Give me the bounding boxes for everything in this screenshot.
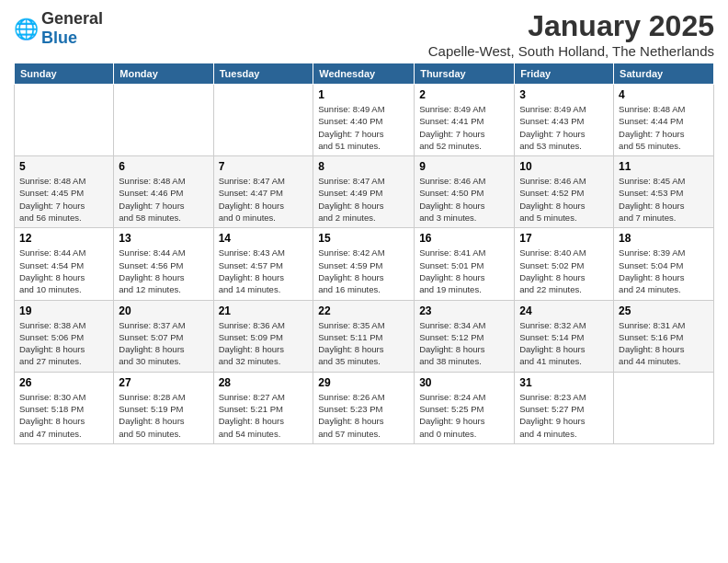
calendar-cell: 6Sunrise: 8:48 AM Sunset: 4:46 PM Daylig…: [114, 156, 213, 228]
calendar-cell: 23Sunrise: 8:34 AM Sunset: 5:12 PM Dayli…: [415, 300, 515, 372]
calendar-cell: 19Sunrise: 8:38 AM Sunset: 5:06 PM Dayli…: [15, 300, 114, 372]
month-title: January 2025: [428, 9, 714, 43]
day-info: Sunrise: 8:24 AM Sunset: 5:25 PM Dayligh…: [419, 391, 509, 440]
day-number: 6: [119, 160, 208, 173]
day-info: Sunrise: 8:48 AM Sunset: 4:46 PM Dayligh…: [119, 175, 208, 224]
calendar-week-row: 12Sunrise: 8:44 AM Sunset: 4:54 PM Dayli…: [15, 228, 714, 300]
day-info: Sunrise: 8:30 AM Sunset: 5:18 PM Dayligh…: [19, 391, 108, 440]
day-info: Sunrise: 8:49 AM Sunset: 4:41 PM Dayligh…: [419, 103, 509, 152]
day-number: 30: [419, 376, 509, 389]
day-number: 25: [619, 304, 709, 317]
day-info: Sunrise: 8:48 AM Sunset: 4:44 PM Dayligh…: [619, 103, 709, 152]
day-number: 8: [318, 160, 409, 173]
day-number: 5: [19, 160, 108, 173]
day-info: Sunrise: 8:26 AM Sunset: 5:23 PM Dayligh…: [318, 391, 409, 440]
day-info: Sunrise: 8:42 AM Sunset: 4:59 PM Dayligh…: [318, 247, 409, 295]
day-info: Sunrise: 8:48 AM Sunset: 4:45 PM Dayligh…: [19, 175, 108, 224]
calendar-cell: 9Sunrise: 8:46 AM Sunset: 4:50 PM Daylig…: [415, 156, 515, 228]
calendar-cell: 12Sunrise: 8:44 AM Sunset: 4:54 PM Dayli…: [15, 228, 114, 300]
logo-general: General: [41, 9, 103, 28]
calendar-header-row: Sunday Monday Tuesday Wednesday Thursday…: [15, 63, 714, 85]
calendar-cell: 20Sunrise: 8:37 AM Sunset: 5:07 PM Dayli…: [114, 300, 213, 372]
day-number: 22: [318, 304, 409, 317]
calendar-cell: 21Sunrise: 8:36 AM Sunset: 5:09 PM Dayli…: [213, 300, 313, 372]
calendar-cell: [213, 85, 313, 156]
day-info: Sunrise: 8:40 AM Sunset: 5:02 PM Dayligh…: [519, 247, 609, 295]
calendar-cell: 16Sunrise: 8:41 AM Sunset: 5:01 PM Dayli…: [415, 228, 515, 300]
day-number: 9: [419, 160, 509, 173]
calendar-cell: 7Sunrise: 8:47 AM Sunset: 4:47 PM Daylig…: [213, 156, 313, 228]
col-thursday: Thursday: [415, 63, 515, 85]
day-number: 29: [318, 376, 409, 389]
calendar-week-row: 26Sunrise: 8:30 AM Sunset: 5:18 PM Dayli…: [15, 372, 714, 443]
day-info: Sunrise: 8:32 AM Sunset: 5:14 PM Dayligh…: [519, 319, 609, 368]
calendar-cell: 2Sunrise: 8:49 AM Sunset: 4:41 PM Daylig…: [415, 85, 515, 156]
day-info: Sunrise: 8:46 AM Sunset: 4:50 PM Dayligh…: [419, 175, 509, 224]
day-info: Sunrise: 8:37 AM Sunset: 5:07 PM Dayligh…: [119, 319, 208, 368]
calendar-cell: 30Sunrise: 8:24 AM Sunset: 5:25 PM Dayli…: [415, 372, 515, 443]
day-number: 19: [19, 304, 108, 317]
day-info: Sunrise: 8:47 AM Sunset: 4:49 PM Dayligh…: [318, 175, 409, 224]
day-number: 15: [318, 232, 409, 245]
day-info: Sunrise: 8:43 AM Sunset: 4:57 PM Dayligh…: [219, 247, 309, 295]
day-info: Sunrise: 8:44 AM Sunset: 4:56 PM Dayligh…: [119, 247, 208, 295]
day-number: 20: [119, 304, 208, 317]
calendar-cell: 1Sunrise: 8:49 AM Sunset: 4:40 PM Daylig…: [313, 85, 415, 156]
calendar-cell: 26Sunrise: 8:30 AM Sunset: 5:18 PM Dayli…: [15, 372, 114, 443]
logo-icon: 🌐: [14, 16, 40, 41]
day-number: 12: [19, 232, 108, 245]
col-sunday: Sunday: [15, 63, 114, 85]
page: 🌐 General Blue January 2025 Capelle-West…: [0, 0, 728, 563]
calendar-cell: 3Sunrise: 8:49 AM Sunset: 4:43 PM Daylig…: [515, 85, 614, 156]
calendar-week-row: 1Sunrise: 8:49 AM Sunset: 4:40 PM Daylig…: [15, 85, 714, 156]
calendar-cell: [614, 372, 714, 443]
logo-text: General Blue: [41, 9, 103, 48]
calendar-cell: 28Sunrise: 8:27 AM Sunset: 5:21 PM Dayli…: [213, 372, 313, 443]
calendar-week-row: 19Sunrise: 8:38 AM Sunset: 5:06 PM Dayli…: [15, 300, 714, 372]
day-info: Sunrise: 8:36 AM Sunset: 5:09 PM Dayligh…: [219, 319, 309, 368]
day-number: 1: [318, 88, 409, 101]
day-info: Sunrise: 8:39 AM Sunset: 5:04 PM Dayligh…: [619, 247, 709, 295]
day-info: Sunrise: 8:46 AM Sunset: 4:52 PM Dayligh…: [519, 175, 609, 224]
calendar-cell: 24Sunrise: 8:32 AM Sunset: 5:14 PM Dayli…: [515, 300, 614, 372]
col-wednesday: Wednesday: [313, 63, 415, 85]
day-number: 18: [619, 232, 709, 245]
calendar-cell: 11Sunrise: 8:45 AM Sunset: 4:53 PM Dayli…: [614, 156, 714, 228]
calendar-table: Sunday Monday Tuesday Wednesday Thursday…: [14, 63, 714, 444]
calendar-cell: 13Sunrise: 8:44 AM Sunset: 4:56 PM Dayli…: [114, 228, 213, 300]
day-number: 3: [519, 88, 609, 101]
day-number: 28: [219, 376, 309, 389]
day-info: Sunrise: 8:27 AM Sunset: 5:21 PM Dayligh…: [219, 391, 309, 440]
calendar-cell: 14Sunrise: 8:43 AM Sunset: 4:57 PM Dayli…: [213, 228, 313, 300]
col-saturday: Saturday: [614, 63, 714, 85]
day-info: Sunrise: 8:49 AM Sunset: 4:40 PM Dayligh…: [318, 103, 409, 152]
day-info: Sunrise: 8:28 AM Sunset: 5:19 PM Dayligh…: [119, 391, 208, 440]
calendar-cell: 29Sunrise: 8:26 AM Sunset: 5:23 PM Dayli…: [313, 372, 415, 443]
day-number: 10: [519, 160, 609, 173]
header: 🌐 General Blue January 2025 Capelle-West…: [14, 9, 714, 59]
col-tuesday: Tuesday: [213, 63, 313, 85]
svg-text:🌐: 🌐: [14, 17, 40, 41]
day-info: Sunrise: 8:31 AM Sunset: 5:16 PM Dayligh…: [619, 319, 709, 368]
calendar-cell: 25Sunrise: 8:31 AM Sunset: 5:16 PM Dayli…: [614, 300, 714, 372]
calendar-cell: 27Sunrise: 8:28 AM Sunset: 5:19 PM Dayli…: [114, 372, 213, 443]
day-number: 17: [519, 232, 609, 245]
day-number: 16: [419, 232, 509, 245]
calendar-cell: 22Sunrise: 8:35 AM Sunset: 5:11 PM Dayli…: [313, 300, 415, 372]
day-info: Sunrise: 8:35 AM Sunset: 5:11 PM Dayligh…: [318, 319, 409, 368]
col-friday: Friday: [515, 63, 614, 85]
location-title: Capelle-West, South Holland, The Netherl…: [428, 43, 714, 59]
day-info: Sunrise: 8:45 AM Sunset: 4:53 PM Dayligh…: [619, 175, 709, 224]
calendar-cell: 31Sunrise: 8:23 AM Sunset: 5:27 PM Dayli…: [515, 372, 614, 443]
day-number: 2: [419, 88, 509, 101]
day-info: Sunrise: 8:49 AM Sunset: 4:43 PM Dayligh…: [519, 103, 609, 152]
logo: 🌐 General Blue: [14, 9, 103, 48]
day-info: Sunrise: 8:47 AM Sunset: 4:47 PM Dayligh…: [219, 175, 309, 224]
day-number: 24: [519, 304, 609, 317]
calendar-cell: [114, 85, 213, 156]
day-number: 13: [119, 232, 208, 245]
calendar-cell: 17Sunrise: 8:40 AM Sunset: 5:02 PM Dayli…: [515, 228, 614, 300]
day-number: 14: [219, 232, 309, 245]
day-number: 31: [519, 376, 609, 389]
day-info: Sunrise: 8:44 AM Sunset: 4:54 PM Dayligh…: [19, 247, 108, 295]
